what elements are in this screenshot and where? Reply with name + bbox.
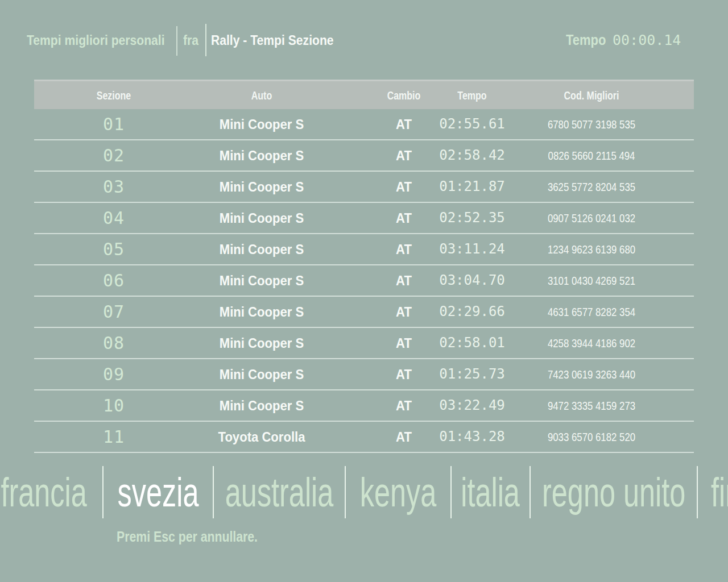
row-best-code: 0907 5126 0241 032	[548, 203, 635, 233]
country-tab-francia[interactable]: francia	[0, 465, 103, 519]
language-tag: fra	[183, 32, 198, 48]
row-gearbox: AT	[396, 390, 412, 421]
tab-divider	[213, 466, 214, 518]
row-section-number: 09	[103, 359, 125, 389]
row-car-name: Mini Cooper S	[220, 140, 304, 171]
row-car-name: Mini Cooper S	[220, 359, 304, 389]
country-tab-italia[interactable]: italia	[451, 465, 530, 519]
row-time: 01:21.87	[439, 172, 505, 202]
table-row: 08 Mini Cooper S AT 02:58.01 4258 3944 4…	[34, 328, 694, 359]
table-row: 09 Mini Cooper S AT 01:25.73 7423 0619 3…	[34, 359, 694, 390]
row-time: 02:58.42	[439, 140, 505, 171]
country-tab-strip: francia svezia australia kenya italia re…	[0, 465, 728, 519]
row-time: 03:11.24	[439, 234, 505, 264]
row-gearbox: AT	[396, 140, 412, 171]
country-tab-label: svezia	[118, 469, 199, 516]
row-car-name: Mini Cooper S	[220, 203, 304, 233]
row-car-name: Mini Cooper S	[220, 390, 304, 421]
row-time: 01:43.28	[439, 422, 505, 452]
row-car-name: Mini Cooper S	[220, 172, 304, 202]
row-car-name: Mini Cooper S	[220, 109, 304, 139]
row-best-code: 4631 6577 8282 354	[548, 297, 635, 327]
row-gearbox: AT	[396, 172, 412, 202]
row-time: 02:29.66	[439, 297, 505, 327]
country-tab-kenya[interactable]: kenya	[345, 465, 451, 519]
row-car-name: Mini Cooper S	[220, 234, 304, 264]
timer-value: 00:00.14	[613, 32, 681, 48]
row-section-number: 11	[103, 422, 125, 452]
row-best-code: 6780 5077 3198 535	[548, 109, 635, 139]
row-car-name: Mini Cooper S	[220, 297, 304, 327]
table-row: 04 Mini Cooper S AT 02:52.35 0907 5126 0…	[34, 203, 694, 234]
country-tab-label: kenya	[360, 469, 436, 516]
column-header-cod-migliori: Cod. Migliori	[564, 81, 619, 110]
table-row: 03 Mini Cooper S AT 01:21.87 3625 5772 8…	[34, 172, 694, 203]
table-row: 01 Mini Cooper S AT 02:55.61 6780 5077 3…	[34, 109, 694, 140]
column-header-sezione: Sezione	[97, 81, 131, 110]
row-gearbox: AT	[396, 297, 412, 327]
country-tab-label: regno unito	[542, 469, 685, 516]
row-best-code: 3625 5772 8204 535	[548, 172, 635, 202]
country-tab-label: australia	[225, 469, 334, 516]
row-section-number: 08	[103, 328, 125, 358]
row-time: 02:58.01	[439, 328, 505, 358]
row-best-code: 4258 3944 4186 902	[548, 328, 635, 358]
row-car-name: Mini Cooper S	[220, 328, 304, 358]
row-time: 03:22.49	[439, 390, 505, 421]
row-gearbox: AT	[396, 422, 412, 452]
column-header-tempo: Tempo	[457, 81, 486, 110]
esc-hint-text: Premi Esc per annullare.	[117, 529, 258, 545]
table-row: 05 Mini Cooper S AT 03:11.24 1234 9623 6…	[34, 234, 694, 265]
country-tab-label: francia	[1, 469, 87, 516]
tab-divider	[697, 466, 698, 518]
country-tab-label: italia	[461, 469, 520, 516]
row-gearbox: AT	[396, 265, 412, 296]
page-title: Tempi migliori personali	[27, 32, 165, 48]
country-tab-label: finlandia	[711, 469, 728, 516]
row-time: 01:25.73	[439, 359, 505, 389]
column-header-auto: Auto	[251, 81, 272, 110]
row-gearbox: AT	[396, 359, 412, 389]
country-tab-australia[interactable]: australia	[213, 465, 345, 519]
table-header-row: Sezione Auto Cambio Tempo Cod. Migliori	[34, 80, 694, 109]
row-best-code: 9033 6570 6182 520	[548, 422, 635, 452]
section-times-table: Sezione Auto Cambio Tempo Cod. Migliori …	[34, 80, 694, 453]
table-row: 10 Mini Cooper S AT 03:22.49 9472 3335 4…	[34, 390, 694, 422]
row-section-number: 03	[103, 172, 125, 202]
row-best-code: 0826 5660 2115 494	[548, 140, 635, 171]
country-tab-finlandia[interactable]: finlandia	[697, 465, 728, 519]
table-row: 02 Mini Cooper S AT 02:58.42 0826 5660 2…	[34, 140, 694, 172]
table-row: 06 Mini Cooper S AT 03:04.70 3101 0430 4…	[34, 265, 694, 297]
row-gearbox: AT	[396, 203, 412, 233]
column-header-cambio: Cambio	[387, 81, 421, 110]
row-best-code: 1234 9623 6139 680	[548, 234, 635, 264]
header-divider	[205, 24, 206, 56]
row-section-number: 01	[103, 109, 125, 139]
row-gearbox: AT	[396, 234, 412, 264]
row-time: 03:04.70	[439, 265, 505, 296]
tab-divider	[450, 466, 452, 518]
row-section-number: 05	[103, 234, 125, 264]
row-car-name: Toyota Corolla	[218, 422, 305, 452]
row-gearbox: AT	[396, 328, 412, 358]
row-best-code: 3101 0430 4269 521	[548, 265, 635, 296]
page-subtitle: Rally - Tempi Sezione	[211, 32, 334, 48]
row-best-code: 7423 0619 3263 440	[548, 359, 635, 389]
row-section-number: 04	[103, 203, 125, 233]
row-car-name: Mini Cooper S	[220, 265, 304, 296]
country-tab-regno-unito[interactable]: regno unito	[530, 465, 697, 519]
row-gearbox: AT	[396, 109, 412, 139]
row-time: 02:52.35	[439, 203, 505, 233]
row-section-number: 10	[103, 390, 125, 421]
row-section-number: 02	[103, 140, 125, 171]
country-tab-svezia[interactable]: svezia	[103, 465, 213, 519]
rally-times-screen: Tempi migliori personali fra Rally - Tem…	[0, 0, 728, 582]
table-rows: 01 Mini Cooper S AT 02:55.61 6780 5077 3…	[34, 109, 694, 453]
row-time: 02:55.61	[439, 109, 505, 139]
timer-label: Tempo	[566, 32, 606, 48]
table-row: 07 Mini Cooper S AT 02:29.66 4631 6577 8…	[34, 297, 694, 328]
tab-divider	[345, 466, 346, 518]
tab-divider	[530, 466, 531, 518]
table-row: 11 Toyota Corolla AT 01:43.28 9033 6570 …	[34, 422, 694, 453]
header-divider	[176, 26, 177, 56]
